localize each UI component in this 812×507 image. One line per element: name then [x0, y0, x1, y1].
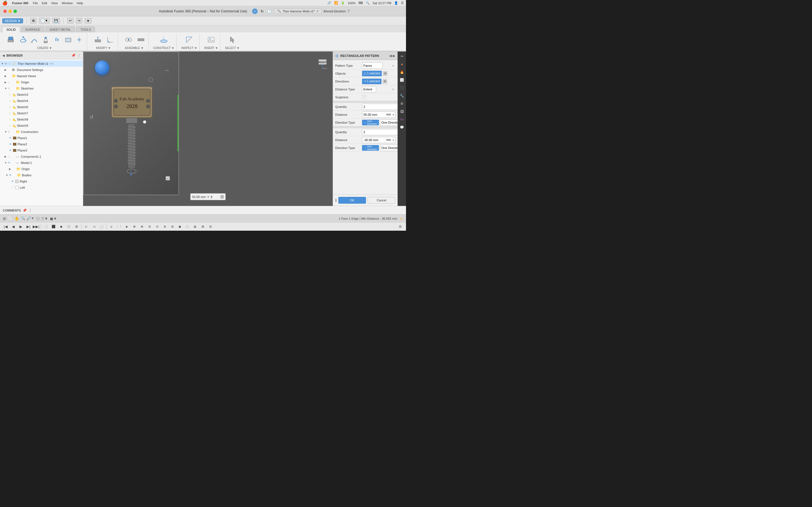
distance2-input[interactable]: [362, 138, 385, 142]
rs-layers-button[interactable]: ⬛: [398, 84, 406, 92]
distance1-unit-select[interactable]: mm in cm: [385, 112, 395, 118]
assemble-label[interactable]: ASSEMBLE ▼: [125, 47, 144, 50]
filter-btn3[interactable]: ◈: [123, 223, 130, 230]
status-icon3[interactable]: ✋: [14, 216, 19, 221]
distance1-input[interactable]: [362, 113, 385, 116]
account-icon[interactable]: 👤: [394, 1, 398, 5]
timeline-btn7[interactable]: ◁: [91, 223, 97, 230]
timeline-btn5[interactable]: ⊞: [73, 223, 80, 230]
filter-btn6[interactable]: ⊘: [146, 223, 153, 230]
browser-item-origin[interactable]: ▶ ⊙ 📁 Origin: [0, 79, 83, 86]
browser-item-component1[interactable]: ▶ ⊙ ▭ Component1:1: [0, 154, 83, 160]
edit-icon[interactable]: ✏: [49, 62, 52, 65]
redo-button[interactable]: ↪: [76, 18, 82, 24]
refresh-button[interactable]: ↻: [259, 8, 265, 14]
browser-item-sketches[interactable]: ▼ ⊙ 📁 Sketches: [0, 86, 83, 92]
distance-type-select[interactable]: Extent Spacing: [362, 86, 376, 93]
playback-back-button[interactable]: ◀: [10, 223, 17, 230]
suppress-checkbox[interactable]: ✓: [362, 95, 366, 99]
tab-tools[interactable]: TOOLS: [76, 26, 95, 33]
filter-btn11[interactable]: ◌: [184, 223, 191, 230]
construct-plane-icon[interactable]: [158, 34, 170, 46]
status-icon2[interactable]: ⬜: [8, 216, 13, 221]
create-extrude-icon[interactable]: [4, 34, 17, 46]
status-icon7[interactable]: ▽▼: [41, 216, 48, 221]
rs-chat-button[interactable]: 💬: [398, 124, 406, 131]
timeline-btn2[interactable]: ⬛: [50, 223, 57, 230]
quantity2-input[interactable]: [362, 130, 398, 134]
quantity-input[interactable]: [211, 195, 219, 199]
window-maximize-button[interactable]: [13, 10, 17, 13]
viewport[interactable]: RIGHT Z → ↺: [83, 52, 333, 206]
playback-play-button[interactable]: ▶: [17, 223, 24, 230]
quantity-spin-button[interactable]: ⊞: [220, 194, 224, 200]
browser-item-construction[interactable]: ▼ ⊙ 📁 Construction: [0, 129, 83, 135]
quantity1-input[interactable]: [362, 105, 398, 108]
vis-eye2-icon[interactable]: ⊙: [8, 62, 12, 65]
modify-press-pull-icon[interactable]: [92, 34, 104, 46]
objects-clear-button[interactable]: ✕: [383, 71, 388, 76]
undo-history-button[interactable]: ▼: [85, 18, 92, 24]
pattern-type-select[interactable]: Faces Features Bodies Components: [362, 62, 383, 69]
browser-item-left-body[interactable]: ⊙ Left: [0, 184, 83, 191]
rs-wrench-button[interactable]: 🔧: [398, 92, 406, 100]
timeline-btn6[interactable]: ▷: [83, 223, 90, 230]
rs-cube-button[interactable]: ⬜: [398, 76, 406, 83]
create-sweep-icon[interactable]: [29, 35, 40, 45]
rs-fire-button[interactable]: 🔥: [398, 68, 406, 76]
inspect-measure-icon[interactable]: [183, 34, 195, 46]
browser-item-sketch4[interactable]: ⊙ 📐 Sketch4: [0, 98, 83, 104]
direction-type1-select[interactable]: One Direction Symmetric Two Directions: [380, 119, 398, 126]
filter-btn4[interactable]: ⊕: [131, 223, 138, 230]
browser-collapse-button[interactable]: ◀: [2, 54, 5, 57]
search-icon[interactable]: 🔍: [366, 1, 370, 5]
rs-ae-button[interactable]: Ae: [398, 116, 406, 123]
distance2-unit-select[interactable]: mm in cm: [385, 137, 395, 143]
view-gizmo[interactable]: RIGHT Z: [313, 54, 330, 71]
rs-edit-button[interactable]: ✏: [398, 53, 406, 60]
menu-window[interactable]: Window: [62, 1, 73, 5]
browser-item-model-origin[interactable]: ▶ 📁 Origin: [0, 166, 83, 172]
inspect-label[interactable]: INSPECT ▼: [181, 47, 197, 50]
status-icon8[interactable]: ◼▼: [50, 216, 57, 221]
info-icon[interactable]: ℹ: [335, 198, 337, 203]
panel-collapse-button[interactable]: ◀: [389, 54, 392, 58]
tab-surface[interactable]: SURFACE: [21, 26, 44, 33]
cancel-button[interactable]: Cancel: [368, 197, 395, 204]
design-mode-button[interactable]: DESIGN ▼: [2, 18, 23, 23]
tab-solid[interactable]: SOLID: [2, 26, 20, 33]
select-icon[interactable]: [226, 34, 239, 46]
status-icon5[interactable]: 🔎▼: [27, 216, 35, 221]
browser-item-sketch9[interactable]: ⊙ 📐 Sketch9: [0, 122, 83, 129]
filter-btn8[interactable]: ⊚: [161, 223, 168, 230]
sketch3-vis-icon[interactable]: ⊙: [9, 93, 13, 96]
grid-button[interactable]: ⊞: [30, 18, 37, 24]
active-tab[interactable]: 🔨 Thor Hammer Mold v1* ✕: [274, 8, 322, 14]
direction-type2-select[interactable]: One Direction Symmetric Two Directions: [380, 145, 398, 151]
timeline-btn4[interactable]: ⬡: [65, 223, 72, 230]
browser-item-plane2[interactable]: 👁 Plane2: [0, 141, 83, 147]
rs-image-button[interactable]: 🖼: [398, 108, 406, 115]
panel-expand-button[interactable]: ▶: [393, 54, 395, 58]
filter-btn2[interactable]: ⋮⋮: [116, 223, 122, 230]
new-file-button[interactable]: 📄▼: [39, 18, 50, 24]
timeline-btn1[interactable]: ⬜: [43, 223, 49, 230]
origin-vis-icon[interactable]: ⊙: [8, 81, 12, 83]
browser-item-doc-settings[interactable]: ▶ ⚙ Document Settings: [0, 67, 83, 73]
tab-close-icon[interactable]: ✕: [316, 10, 319, 13]
list-icon[interactable]: ☰: [401, 1, 404, 5]
filter-btn7[interactable]: ⊙: [154, 223, 160, 230]
objects-selected-badge[interactable]: ▢ 1 selected: [362, 71, 382, 76]
sketches-vis-icon[interactable]: ⊙: [8, 87, 12, 90]
browser-options-button[interactable]: ⋮: [77, 54, 81, 57]
add-tab-button[interactable]: +: [252, 8, 258, 14]
browser-pin-button[interactable]: 📌: [71, 54, 75, 57]
directions-clear-button[interactable]: ✕: [383, 79, 387, 83]
browser-item-plane3[interactable]: 👁 Plane3: [0, 147, 83, 154]
modify-fillet-icon[interactable]: [105, 35, 115, 45]
modify-label[interactable]: MODIFY ▼: [96, 47, 110, 50]
playback-end-button[interactable]: ▶▶|: [33, 223, 40, 230]
timeline-btn3[interactable]: ◆: [58, 223, 64, 230]
rs-color1-button[interactable]: ●: [398, 61, 406, 68]
create-revolve-icon[interactable]: [18, 35, 28, 45]
